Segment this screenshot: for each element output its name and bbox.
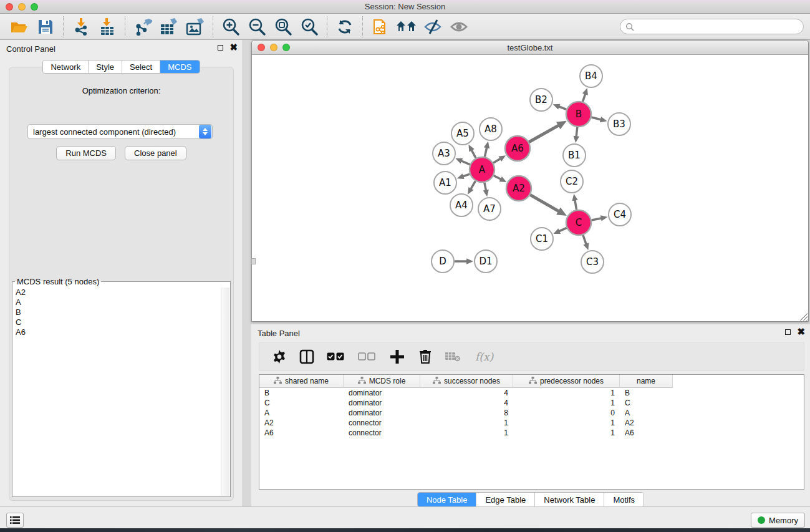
save-session-icon[interactable] xyxy=(32,16,59,38)
edge-B-B2[interactable] xyxy=(558,107,566,110)
table-row[interactable]: Cdominator41C xyxy=(259,398,804,408)
select-all-checkboxes-icon[interactable] xyxy=(321,346,350,368)
run-mcds-button[interactable]: Run MCDS xyxy=(56,146,116,160)
zoom-out-icon[interactable] xyxy=(244,16,270,38)
table-cell-shared-name[interactable]: B xyxy=(259,388,344,398)
result-item-a[interactable]: A xyxy=(13,297,221,307)
table-cell-mcds-role[interactable]: dominator xyxy=(344,388,420,398)
edge-A2-C[interactable] xyxy=(530,195,559,211)
edge-A-A8[interactable] xyxy=(485,147,486,157)
deselect-all-checkboxes-icon[interactable] xyxy=(350,346,383,368)
import-table-icon[interactable] xyxy=(94,16,120,38)
result-item-b[interactable]: B xyxy=(13,307,221,317)
table-cell-predecessor-nodes[interactable]: 1 xyxy=(513,388,620,398)
table-cell-successor-nodes[interactable]: 1 xyxy=(420,418,513,428)
result-item-a6[interactable]: A6 xyxy=(13,327,221,337)
column-header-shared-name[interactable]: shared name xyxy=(259,375,344,388)
table-cell-name[interactable]: A xyxy=(620,408,673,418)
table-cell-name[interactable]: C xyxy=(620,398,673,408)
table-cell-mcds-role[interactable]: connector xyxy=(344,418,420,428)
edge-A-A2[interactable] xyxy=(494,176,501,180)
close-panel-button[interactable]: Close panel xyxy=(125,146,186,160)
table-cell-name[interactable]: A6 xyxy=(620,428,673,438)
table-tab-motifs[interactable]: Motifs xyxy=(604,493,644,506)
node-table[interactable]: shared nameMCDS rolesuccessor nodesprede… xyxy=(259,374,804,490)
column-header-name[interactable]: name xyxy=(620,375,673,388)
edge-A-A6[interactable] xyxy=(493,158,501,163)
refresh-icon[interactable] xyxy=(332,16,358,38)
table-row[interactable]: A2connector11A2 xyxy=(259,418,804,428)
result-item-a2[interactable]: A2 xyxy=(13,288,221,297)
edge-C-C2[interactable] xyxy=(575,200,577,210)
search-input[interactable] xyxy=(634,21,803,33)
table-cell-name[interactable]: B xyxy=(620,388,673,398)
table-row[interactable]: Adominator80A xyxy=(259,408,804,418)
edge-A-A5[interactable] xyxy=(471,150,476,158)
edge-C-C3[interactable] xyxy=(583,235,586,244)
table-cell-shared-name[interactable]: C xyxy=(259,398,344,408)
edge-A-A1[interactable] xyxy=(463,174,470,177)
new-network-file-icon[interactable] xyxy=(367,16,393,38)
task-history-button[interactable] xyxy=(6,513,24,528)
add-column-plus-icon[interactable] xyxy=(383,346,412,368)
table-cell-successor-nodes[interactable]: 4 xyxy=(420,388,513,398)
close-panel-icon[interactable]: ✖ xyxy=(229,44,238,51)
hide-selected-icon[interactable] xyxy=(420,16,446,38)
edge-B-B3[interactable] xyxy=(591,117,601,120)
table-cell-predecessor-nodes[interactable]: 1 xyxy=(513,428,620,438)
open-session-icon[interactable] xyxy=(6,16,32,38)
column-header-mcds-role[interactable]: MCDS role xyxy=(344,375,420,388)
column-header-successor-nodes[interactable]: successor nodes xyxy=(420,375,513,388)
mcds-result-list[interactable]: A2ABCA6 xyxy=(13,288,221,496)
window-resize-grip[interactable] xyxy=(800,313,808,321)
table-cell-shared-name[interactable]: A2 xyxy=(259,418,344,428)
first-neighbors-icon[interactable] xyxy=(393,16,420,38)
table-cell-mcds-role[interactable]: dominator xyxy=(344,408,420,418)
tab-mcds[interactable]: MCDS xyxy=(160,60,199,73)
table-cell-successor-nodes[interactable]: 8 xyxy=(420,408,513,418)
export-table-icon[interactable] xyxy=(156,16,182,38)
edge-C-C4[interactable] xyxy=(592,218,602,220)
edge-A6-B[interactable] xyxy=(529,125,559,142)
edge-A-A7[interactable] xyxy=(485,183,486,191)
table-tab-edge-table[interactable]: Edge Table xyxy=(476,493,535,506)
result-list-scrollbar[interactable] xyxy=(221,288,229,496)
edge-B-B4[interactable] xyxy=(583,94,586,102)
column-view-icon[interactable] xyxy=(293,346,321,368)
table-row[interactable]: A6connector11A6 xyxy=(259,428,804,438)
zoom-fit-icon[interactable] xyxy=(270,16,296,38)
edge-A-A4[interactable] xyxy=(471,181,476,189)
zoom-selected-icon[interactable] xyxy=(296,16,322,38)
optimization-criterion-select[interactable]: largest connected component (directed) xyxy=(27,124,213,139)
edge-A-A3[interactable] xyxy=(461,161,470,165)
edge-C-C1[interactable] xyxy=(559,228,567,231)
export-image-icon[interactable] xyxy=(182,16,208,38)
show-all-icon[interactable] xyxy=(446,16,472,38)
table-cell-predecessor-nodes[interactable]: 1 xyxy=(513,398,620,408)
table-tab-network-table[interactable]: Network Table xyxy=(535,493,604,506)
table-cell-mcds-role[interactable]: connector xyxy=(344,428,420,438)
float-table-panel-icon[interactable] xyxy=(785,329,791,335)
table-cell-mcds-role[interactable]: dominator xyxy=(344,398,420,408)
import-network-icon[interactable] xyxy=(68,16,94,38)
memory-button[interactable]: Memory xyxy=(751,513,805,528)
table-cell-shared-name[interactable]: A xyxy=(259,408,344,418)
network-canvas[interactable]: B4B2BB3A5A8A6A3B1AA1C2A2A4A7CC4C1C3DD1 xyxy=(252,55,808,321)
tab-select[interactable]: Select xyxy=(122,60,160,73)
network-window-titlebar[interactable]: testGlobe.txt xyxy=(252,41,808,55)
table-row[interactable]: Bdominator41B xyxy=(259,388,804,398)
search-box[interactable] xyxy=(620,19,804,34)
table-cell-shared-name[interactable]: A6 xyxy=(259,428,344,438)
close-table-panel-icon[interactable]: ✖ xyxy=(797,328,805,336)
zoom-in-icon[interactable] xyxy=(218,16,244,38)
table-tab-node-table[interactable]: Node Table xyxy=(418,493,477,506)
table-cell-successor-nodes[interactable]: 1 xyxy=(420,428,513,438)
delete-table-icon[interactable] xyxy=(439,346,466,368)
result-item-c[interactable]: C xyxy=(13,317,221,327)
panel-divider-grip[interactable] xyxy=(251,258,256,264)
table-settings-gear-icon[interactable] xyxy=(266,346,293,368)
edge-B-B1[interactable] xyxy=(576,127,577,137)
tab-network[interactable]: Network xyxy=(43,60,89,73)
table-cell-predecessor-nodes[interactable]: 0 xyxy=(513,408,620,418)
table-cell-successor-nodes[interactable]: 4 xyxy=(420,398,513,408)
